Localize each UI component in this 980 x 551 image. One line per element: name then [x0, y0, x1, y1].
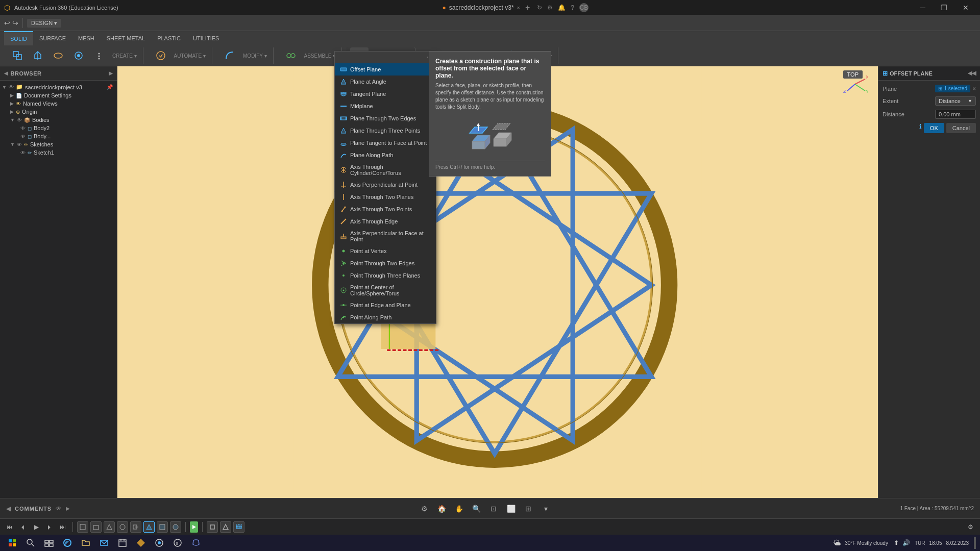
tab-surface[interactable]: SURFACE: [33, 31, 72, 45]
browser-item-bodies[interactable]: ▼ 👁 📦 Bodies: [0, 116, 117, 124]
tab-refresh-icon[interactable]: ↻: [537, 4, 542, 11]
mail-button[interactable]: [96, 535, 112, 551]
close-button[interactable]: ✕: [955, 0, 976, 15]
timeline-item-1[interactable]: [77, 521, 88, 533]
menu-item-plane-three-points[interactable]: Plane Through Three Points: [335, 124, 436, 137]
project-pin-icon[interactable]: 📌: [107, 84, 113, 90]
sketch1-eye-icon[interactable]: 👁: [20, 150, 26, 156]
menu-item-axis-two-planes[interactable]: Axis Through Two Planes: [335, 191, 436, 203]
create-label[interactable]: CREATE ▾: [110, 53, 139, 59]
plane-clear-btn[interactable]: ×: [972, 85, 976, 92]
tab-sheet-metal[interactable]: SHEET METAL: [101, 31, 151, 45]
tab-mesh[interactable]: MESH: [72, 31, 101, 45]
network-icon[interactable]: ⬆: [892, 539, 900, 547]
info-icon[interactable]: ℹ: [919, 123, 922, 133]
joint-btn[interactable]: [282, 47, 300, 64]
steam-button[interactable]: S: [169, 535, 186, 551]
tab-help-icon[interactable]: ?: [571, 4, 574, 11]
menu-item-point-along-path[interactable]: Point Along Path: [335, 311, 436, 323]
menu-item-point-edge-plane[interactable]: Point at Edge and Plane: [335, 299, 436, 311]
speaker-icon[interactable]: 🔊: [902, 539, 911, 547]
menu-item-tangent-plane[interactable]: Tangent Plane: [335, 88, 436, 100]
tab-solid[interactable]: SOLID: [4, 31, 33, 45]
display-mode-icon[interactable]: ⬜: [504, 502, 518, 516]
ok-button[interactable]: OK: [924, 123, 944, 133]
eye-icon[interactable]: 👁: [9, 84, 14, 90]
tab-settings-icon[interactable]: ⚙: [547, 4, 553, 11]
menu-item-axis-perp-face-point[interactable]: Axis Perpendicular to Face at Point: [335, 228, 436, 245]
tab-plastic[interactable]: PLASTIC: [151, 31, 187, 45]
grid-icon[interactable]: ⊞: [521, 502, 535, 516]
menu-item-axis-cyl-cone-torus[interactable]: Axis Through Cylinder/Cone/Torus: [335, 161, 436, 179]
tab-account-icon[interactable]: CB: [579, 3, 589, 12]
menu-item-point-two-edges[interactable]: Point Through Two Edges: [335, 257, 436, 269]
timeline-item-5[interactable]: [130, 521, 141, 533]
task-view-button[interactable]: [41, 535, 57, 551]
modify-label[interactable]: MODIFY ▾: [241, 53, 268, 59]
menu-item-plane-along-path[interactable]: Plane Along Path: [335, 149, 436, 161]
browser-item-sketch1[interactable]: 👁 ✏ Sketch1: [0, 148, 117, 157]
timeline-settings-icon[interactable]: ⚙: [965, 521, 976, 533]
sketches-eye-icon[interactable]: 👁: [17, 142, 22, 147]
tab-close-btn[interactable]: ×: [517, 5, 520, 11]
timeline-item-12[interactable]: [233, 521, 244, 533]
revolve-btn[interactable]: [49, 47, 67, 64]
timeline-item-3[interactable]: [104, 521, 115, 533]
browser-item-project[interactable]: ▼ 👁 📁 sacreddclockproject v3 📌: [0, 83, 117, 91]
timeline-next-btn[interactable]: ⏭: [57, 521, 68, 533]
comments-expand-icon[interactable]: ▶: [66, 506, 70, 511]
comments-eye-icon[interactable]: 👁: [56, 505, 62, 512]
timeline-step-fwd-btn[interactable]: ⏵: [44, 521, 55, 533]
timeline-play-btn[interactable]: ▶: [31, 521, 42, 533]
browser-item-body-other[interactable]: 👁 ◻ Body...: [0, 132, 117, 140]
menu-item-plane-tangent-face[interactable]: Plane Tangent to Face at Point: [335, 137, 436, 149]
body-other-eye-icon[interactable]: 👁: [20, 134, 26, 139]
comments-collapse-icon[interactable]: ◀: [6, 505, 11, 512]
bodies-eye-icon[interactable]: 👁: [17, 117, 22, 123]
timeline-item-9[interactable]: [190, 521, 198, 533]
browser-item-body2[interactable]: 👁 ◻ Body2: [0, 124, 117, 132]
viewport-settings-icon[interactable]: ⚙: [417, 502, 431, 516]
browser-item-named-views[interactable]: ▶ 👁 Named Views: [0, 99, 117, 108]
assemble-label[interactable]: ASSEMBLE ▾: [302, 53, 338, 59]
browser-collapse-icon[interactable]: ◀: [4, 70, 9, 76]
modify-btn[interactable]: [220, 47, 239, 64]
minimize-button[interactable]: ─: [913, 0, 933, 15]
home-view-icon[interactable]: 🏠: [434, 502, 449, 516]
timeline-prev-btn[interactable]: ⏮: [4, 521, 15, 533]
menu-item-plane-at-angle[interactable]: Plane at Angle: [335, 76, 436, 88]
menu-item-offset-plane[interactable]: Offset Plane: [335, 63, 436, 76]
timeline-step-back-btn[interactable]: ⏴: [17, 521, 29, 533]
timeline-item-4[interactable]: [117, 521, 128, 533]
fit-view-icon[interactable]: ⊡: [486, 502, 501, 516]
chrome-button[interactable]: [151, 535, 167, 551]
undo-icon[interactable]: ↩: [4, 19, 10, 27]
calendar-button[interactable]: [114, 535, 131, 551]
design-dropdown[interactable]: DESIGN ▾: [27, 19, 61, 28]
maximize-button[interactable]: ❐: [934, 0, 954, 15]
browser-item-doc-settings[interactable]: ▶ 📄 Document Settings: [0, 91, 117, 99]
tab-new-btn[interactable]: +: [525, 3, 530, 12]
new-component-btn[interactable]: [8, 47, 27, 64]
browser-item-sketches[interactable]: ▼ 👁 ✏ Sketches: [0, 140, 117, 148]
distance-input[interactable]: [935, 110, 976, 119]
tab-notification-icon[interactable]: 🔔: [558, 4, 566, 11]
cancel-button[interactable]: Cancel: [946, 123, 976, 133]
edge-browser-button[interactable]: [59, 535, 76, 551]
file-explorer-button[interactable]: [78, 535, 94, 551]
timeline-item-8[interactable]: [170, 521, 181, 533]
show-desktop-btn[interactable]: [974, 537, 976, 549]
timeline-item-2[interactable]: [90, 521, 102, 533]
browser-expand-icon[interactable]: ▶: [109, 70, 113, 76]
redo-icon[interactable]: ↪: [12, 19, 18, 27]
body2-eye-icon[interactable]: 👁: [20, 126, 26, 131]
zoom-icon[interactable]: 🔍: [469, 502, 483, 516]
automate-btn[interactable]: [152, 47, 170, 64]
menu-item-point-center-circle[interactable]: Point at Center of Circle/Sphere/Torus: [335, 282, 436, 299]
menu-item-point-three-planes[interactable]: Point Through Three Planes: [335, 269, 436, 282]
menu-item-axis-edge[interactable]: Axis Through Edge: [335, 215, 436, 228]
fusion360-taskbar-button[interactable]: [133, 535, 149, 551]
browser-item-origin[interactable]: ▶ ⊕ Origin: [0, 108, 117, 116]
hole-btn[interactable]: [69, 47, 88, 64]
more-create-btn[interactable]: [90, 47, 108, 64]
